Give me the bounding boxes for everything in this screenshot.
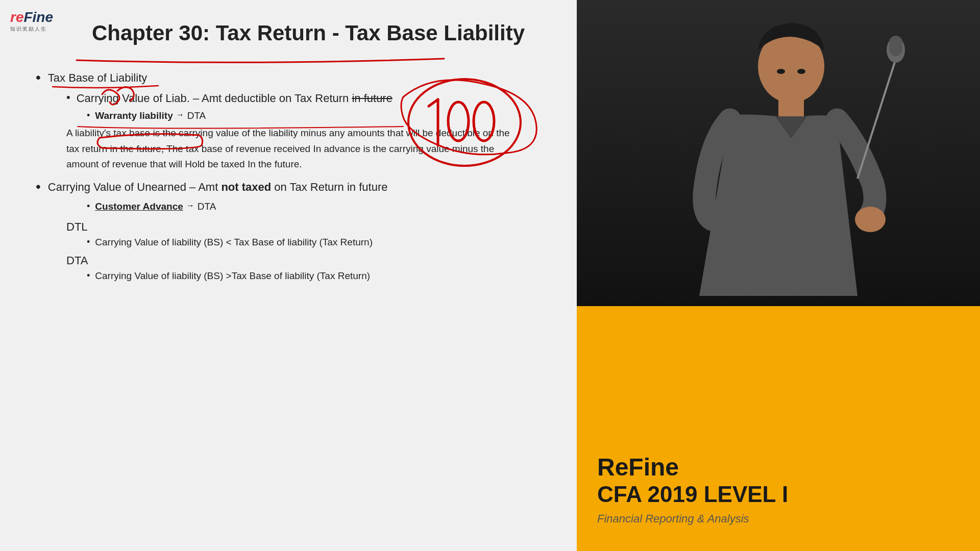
bullet-1-1-a: • Warranty liability → DTA: [87, 110, 551, 121]
dtl-bullet-text: Carrying Value of liability (BS) < Tax B…: [95, 237, 373, 248]
bullet-2-a: • Customer Advance → DTA: [87, 201, 551, 212]
video-area: [577, 0, 980, 306]
not-taxed-text: not taxed: [221, 181, 271, 193]
logo: reFine 知识奖励人生: [10, 10, 66, 41]
slide-area: reFine 知识奖励人生 Chapter 30: Tax Return - T…: [0, 0, 577, 551]
slide-content: • Tax Base of Liability • Carrying Value…: [36, 71, 551, 281]
paragraph-1: A liability's tax base is the carrying v…: [66, 126, 510, 172]
dtl-bullet: • Carrying Value of liability (BS) < Tax…: [87, 237, 551, 248]
svg-point-7: [855, 207, 886, 232]
bullet-dot-2-a: •: [87, 201, 90, 212]
bullet-1-1: • Carrying Value of Liab. – Amt deductib…: [66, 92, 551, 105]
svg-rect-6: [778, 99, 804, 117]
dta-suffix-2: DTA: [198, 201, 216, 212]
bullet-2-text: Carrying Value of Unearned – Amt not tax…: [48, 181, 388, 194]
unearned-post: on Tax Return in future: [271, 181, 387, 193]
dta-bullet-text: Carrying Value of liability (BS) >Tax Ba…: [95, 270, 370, 282]
dta-label: DTA: [66, 254, 551, 267]
bullet-dot-1-1-a: •: [87, 110, 90, 121]
brand-level: CFA 2019 LEVEL I: [597, 481, 960, 508]
logo-sub: 知识奖励人生: [10, 26, 66, 33]
bullet-1: • Tax Base of Liability: [36, 71, 551, 86]
branding-area: ReFine CFA 2019 LEVEL I Financial Report…: [577, 306, 980, 551]
bullet-dot-dtl: •: [87, 237, 90, 247]
bullet-dot-dta: •: [87, 270, 90, 281]
svg-rect-12: [889, 36, 902, 56]
dtl-label: DTL: [66, 220, 551, 234]
bullet-1-1-text: Carrying Value of Liab. – Amt deductible…: [77, 92, 393, 105]
dta-suffix-1: DTA: [187, 110, 206, 121]
brand-sub: Financial Reporting & Analysis: [597, 512, 960, 525]
warranty-label: Warranty liability: [95, 110, 173, 121]
customer-advance-label: Customer Advance: [95, 201, 183, 212]
bullet-dot-1-1: •: [66, 91, 70, 104]
sidebar: ReFine CFA 2019 LEVEL I Financial Report…: [577, 0, 980, 551]
logo-text: reFine: [10, 10, 66, 24]
bullet-dot-2: •: [36, 179, 41, 195]
slide-title: Chapter 30: Tax Return - Tax Base Liabil…: [92, 20, 551, 46]
dta-bullet: • Carrying Value of liability (BS) >Tax …: [87, 270, 551, 282]
unearned-pre: Carrying Value of Unearned – Amt: [48, 181, 222, 193]
svg-point-9: [797, 69, 805, 74]
svg-point-8: [777, 69, 785, 74]
video-svg: [577, 0, 980, 306]
strikethrough-text: in future: [352, 92, 393, 105]
bullet-2: • Carrying Value of Unearned – Amt not t…: [36, 181, 551, 195]
arrow-2: →: [186, 201, 194, 210]
arrow-1: →: [176, 110, 184, 119]
bullet-dot-1: •: [36, 69, 41, 86]
carrying-value-text: Carrying Value of Liab. – Amt deductible…: [77, 92, 352, 105]
bullet-1-text: Tax Base of Liability: [48, 71, 147, 85]
brand-name: ReFine: [597, 454, 960, 481]
